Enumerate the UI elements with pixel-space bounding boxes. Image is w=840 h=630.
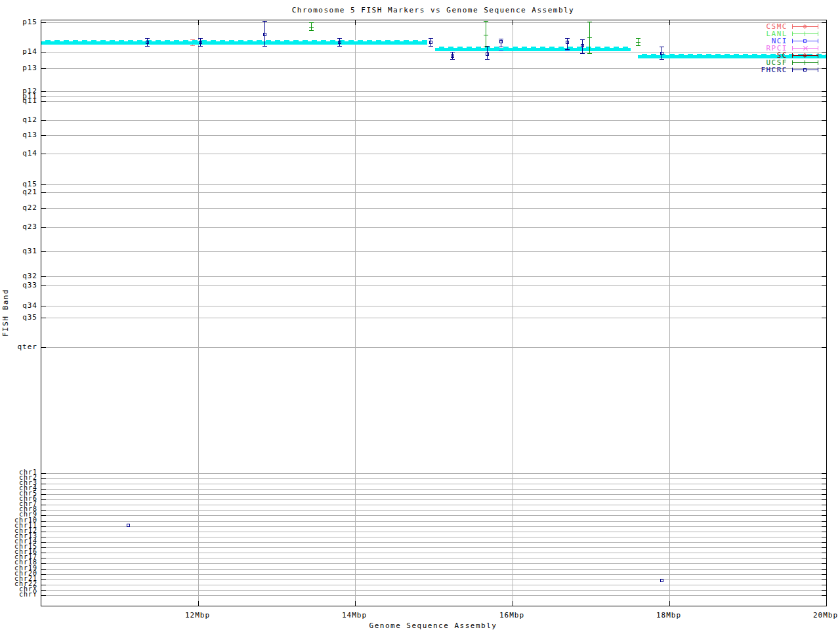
gridline-h-chr1 bbox=[41, 473, 826, 474]
y-tick-left-chr8 bbox=[41, 510, 46, 511]
errorbar-cap-bottom bbox=[499, 47, 503, 47]
y-tick-left-chr20 bbox=[41, 574, 46, 575]
errorbar-cap-bottom bbox=[587, 53, 592, 54]
y-band-label-p15: p15 bbox=[0, 19, 37, 25]
x-tick-bottom-18 bbox=[669, 601, 670, 606]
x-tick-top-12 bbox=[198, 20, 199, 25]
gridline-h-q34 bbox=[41, 306, 826, 306]
gridline-h-q32 bbox=[41, 276, 826, 277]
legend-sample-cap-right bbox=[818, 39, 818, 43]
y-band-label-p13: p13 bbox=[0, 65, 37, 71]
legend-marker-square bbox=[803, 39, 807, 43]
y-tick-left-p12 bbox=[41, 91, 46, 92]
y-tick-left-chr15 bbox=[41, 547, 46, 548]
x-tick-label-16: 16Mbp bbox=[486, 611, 538, 620]
y-tick-right-chr13 bbox=[822, 537, 826, 537]
gridline-h-chr12 bbox=[41, 532, 826, 532]
y-tick-left-q12 bbox=[41, 120, 46, 121]
y-tick-right-q35 bbox=[822, 318, 826, 318]
gridline-h-p11 bbox=[41, 96, 826, 97]
errorbar-cap-top bbox=[198, 38, 203, 39]
y-band-label-q35: q35 bbox=[0, 314, 37, 320]
gridline-h-chr7 bbox=[41, 505, 826, 505]
y-tick-right-chr14 bbox=[822, 542, 826, 543]
point-UCSF-2-marker bbox=[484, 35, 488, 35]
x-tick-label-18: 18Mbp bbox=[642, 611, 695, 620]
errorbar-cap-bottom bbox=[660, 59, 664, 60]
y-band-label-q33: q33 bbox=[0, 282, 37, 288]
errorbar-cap-top bbox=[309, 22, 314, 23]
y-tick-left-chr14 bbox=[41, 542, 46, 543]
y-tick-right-chr18 bbox=[822, 563, 826, 564]
point-NCI-2-marker bbox=[565, 51, 570, 51]
errorbar-cap-bottom bbox=[337, 46, 342, 47]
errorbar-cap-top bbox=[484, 21, 488, 22]
y-tick-right-chr3 bbox=[822, 484, 826, 484]
gridline-h-q14 bbox=[41, 154, 826, 154]
y-tick-right-chrY bbox=[822, 595, 826, 596]
gridline-h-chr3 bbox=[41, 484, 826, 484]
gridline-h-q23 bbox=[41, 227, 826, 228]
point-UCSF-1-marker bbox=[309, 27, 314, 28]
y-tick-right-chr5 bbox=[822, 494, 826, 495]
y-tick-left-chrX bbox=[41, 590, 46, 591]
y-tick-left-chr18 bbox=[41, 563, 46, 564]
y-tick-right-q32 bbox=[822, 276, 826, 277]
assembly-band-1 bbox=[41, 40, 427, 45]
legend-sample-cap-left bbox=[792, 60, 793, 65]
y-tick-left-chr10 bbox=[41, 521, 46, 522]
gridline-h-chr13 bbox=[41, 537, 826, 537]
legend-sample-cap-left bbox=[792, 53, 793, 58]
point-UCSF-2-errorbar bbox=[484, 21, 488, 47]
legend-sample-line bbox=[792, 62, 818, 63]
y-tick-left-q14 bbox=[41, 154, 46, 154]
y-tick-left-q13 bbox=[41, 135, 46, 136]
y-tick-right-p14 bbox=[822, 52, 826, 52]
y-tick-right-chr11 bbox=[822, 526, 826, 527]
legend-sample-cap-right bbox=[818, 53, 818, 58]
gridline-h-chr5 bbox=[41, 494, 826, 495]
y-band-label-q34: q34 bbox=[0, 303, 37, 308]
gridline-h-chrY bbox=[41, 595, 826, 596]
legend-marker-square bbox=[803, 68, 807, 72]
errorbar-cap-bottom bbox=[484, 47, 488, 47]
errorbar-cap-top bbox=[337, 38, 342, 39]
y-tick-left-chr2 bbox=[41, 478, 46, 479]
gridline-h-p12 bbox=[41, 91, 826, 92]
errorbar-cap-top bbox=[262, 21, 267, 22]
plot-area bbox=[41, 20, 827, 606]
y-tick-right-p13 bbox=[822, 68, 826, 69]
gridline-h-q12 bbox=[41, 120, 826, 121]
legend-sample-SC bbox=[792, 52, 818, 59]
gridline-v-16 bbox=[513, 20, 513, 606]
legend-sample-CSMC bbox=[792, 23, 818, 30]
y-tick-left-chr7 bbox=[41, 505, 46, 505]
y-tick-left-chr11 bbox=[41, 526, 46, 527]
y-tick-right-q13 bbox=[822, 135, 826, 136]
errorbar-cap-bottom bbox=[565, 49, 570, 50]
y-tick-left-q15 bbox=[41, 184, 46, 185]
errorbar-cap-bottom bbox=[450, 59, 455, 60]
y-tick-right-chr1 bbox=[822, 473, 826, 474]
errorbar-cap-top bbox=[145, 38, 150, 39]
gridline-h-q15 bbox=[41, 184, 826, 185]
errorbar-cap-top bbox=[499, 39, 503, 39]
y-band-label-p14: p14 bbox=[0, 49, 37, 54]
point-FHCRC-11-marker bbox=[660, 52, 663, 55]
legend-sample-cap-left bbox=[792, 24, 793, 29]
y-tick-left-q23 bbox=[41, 227, 46, 228]
gridline-h-q21 bbox=[41, 192, 826, 193]
y-tick-right-q33 bbox=[822, 285, 826, 286]
gridline-h-chr4 bbox=[41, 489, 826, 490]
errorbar-cap-bottom bbox=[485, 59, 490, 60]
legend-sample-cap-right bbox=[818, 24, 818, 29]
x-tick-top-18 bbox=[669, 20, 670, 25]
y-band-label-q31: q31 bbox=[0, 248, 37, 254]
y-band-label-q11: q11 bbox=[0, 98, 37, 104]
y-tick-left-chr1 bbox=[41, 473, 46, 474]
y-tick-right-chr4 bbox=[822, 489, 826, 490]
y-tick-left-chr3 bbox=[41, 484, 46, 484]
y-tick-left-chr22 bbox=[41, 585, 46, 585]
y-tick-left-chr17 bbox=[41, 558, 46, 558]
x-tick-label-12: 12Mbp bbox=[171, 611, 224, 620]
